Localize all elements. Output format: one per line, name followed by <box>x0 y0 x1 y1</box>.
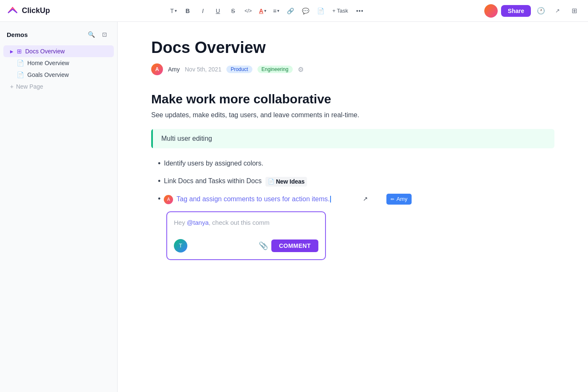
section-heading: Make work more collaborative <box>151 92 554 106</box>
text-format-label: T <box>170 8 174 14</box>
doc-icon: 📄 <box>17 71 24 78</box>
toolbar-center: T ▾ B I U S </> A ▾ ≡ ▾ 🔗 💬 📄 + Task ••• <box>168 4 367 18</box>
attachment-button[interactable]: 📄 <box>314 4 327 18</box>
new-page-label: New Page <box>16 83 43 90</box>
bullet-dot: • <box>158 158 160 169</box>
sidebar-layout-button[interactable]: ⊡ <box>99 29 110 40</box>
chevron-down-icon: ▾ <box>175 8 177 13</box>
sidebar-item-label: Docs Overview <box>25 48 65 55</box>
sidebar-actions: 🔍 ⊡ <box>85 29 110 40</box>
bullet-dot: • <box>158 176 160 187</box>
doc-link-icon: 📄 <box>268 178 274 185</box>
doc-title: Docs Overview <box>151 39 554 57</box>
user-avatar-inline: A <box>164 195 173 204</box>
layout-icon: ⊞ <box>572 7 577 15</box>
link-icon: 🔗 <box>287 8 294 14</box>
sidebar-item-home-overview[interactable]: 📄 Home Overview <box>3 57 114 69</box>
amy-label: Amy <box>396 195 407 203</box>
tag-engineering[interactable]: Engineering <box>257 66 293 73</box>
chevron-down-icon: ▾ <box>277 8 279 13</box>
sidebar: Demos 🔍 ⊡ ▶ ⊞ Docs Overview 📄 Home Overv… <box>0 22 118 392</box>
user-cursor-tag: ✏ Amy <box>386 194 412 205</box>
logo: ClickUp <box>7 5 50 17</box>
tagged-bullet-text: Tag and assign comments to users for act… <box>176 194 330 204</box>
toolbar-right: Share 🕐 ↗ ⊞ <box>484 4 581 18</box>
comment-input-text: Hey @tanya, check out this comm <box>174 219 318 232</box>
inline-doc-link[interactable]: 📄 New Ideas <box>265 177 307 187</box>
tag-product[interactable]: Product <box>226 66 252 73</box>
comment-inline-button[interactable]: 💬 <box>299 4 312 18</box>
comment-footer: T 📎 COMMENT <box>174 239 318 253</box>
comment-submit-button[interactable]: COMMENT <box>271 239 318 252</box>
comment-box: Hey @tanya, check out this comm T 📎 COMM… <box>166 211 326 260</box>
clock-icon-button[interactable]: 🕐 <box>534 4 548 18</box>
link-button[interactable]: 🔗 <box>284 4 297 18</box>
text-format-button[interactable]: T ▾ <box>168 4 179 18</box>
chevron-right-icon: ▶ <box>10 49 13 54</box>
sidebar-search-button[interactable]: 🔍 <box>85 29 97 40</box>
link-label: New Ideas <box>276 177 304 186</box>
bullet-text: Link Docs and Tasks within Docs 📄 New Id… <box>164 176 307 187</box>
list-item: • A Tag and assign comments to users for… <box>158 194 554 205</box>
align-icon: ≡ <box>273 8 276 14</box>
italic-button[interactable]: I <box>196 4 210 18</box>
new-page-button[interactable]: + New Page <box>3 81 114 92</box>
pencil-icon: ✏ <box>391 196 394 203</box>
text-cursor <box>330 196 331 203</box>
color-button[interactable]: A ▾ <box>257 4 269 18</box>
bullet-text: Identify users by assigned colors. <box>164 158 263 168</box>
section-subtitle: See updates, make edits, tag users, and … <box>151 111 554 119</box>
sidebar-header: Demos 🔍 ⊡ <box>0 29 117 45</box>
bullet-list: • Identify users by assigned colors. • L… <box>151 158 554 205</box>
export-icon: ↗ <box>555 8 560 14</box>
mention-tag: @tanya <box>187 219 209 226</box>
comment-container: Hey @tanya, check out this comm T 📎 COMM… <box>166 211 554 260</box>
list-item: • Link Docs and Tasks within Docs 📄 New … <box>158 176 554 187</box>
task-label: + Task <box>332 8 348 14</box>
doc-date: Nov 5th, 2021 <box>185 66 221 73</box>
doc-icon: 📄 <box>17 60 24 66</box>
list-item: • Identify users by assigned colors. <box>158 158 554 169</box>
attach-button[interactable]: 📎 <box>259 241 268 250</box>
share-button[interactable]: Share <box>501 5 531 17</box>
search-icon: 🔍 <box>88 31 95 38</box>
bold-button[interactable]: B <box>181 4 194 18</box>
sidebar-item-label: Home Overview <box>27 60 69 66</box>
comment-actions: 📎 COMMENT <box>259 239 318 252</box>
settings-icon[interactable]: ⚙ <box>298 66 304 74</box>
align-button[interactable]: ≡ ▾ <box>270 4 282 18</box>
paperclip-icon: 📎 <box>259 242 268 250</box>
comment-icon: 💬 <box>302 8 309 14</box>
export-button[interactable]: ↗ <box>551 4 564 18</box>
doc-meta: A Amy Nov 5th, 2021 Product Engineering … <box>151 63 554 75</box>
highlight-block: Multi user editing <box>151 129 554 148</box>
bullet-dot: • <box>158 193 160 205</box>
grid-icon: ⊞ <box>17 48 22 55</box>
plus-icon: + <box>10 83 13 90</box>
strikethrough-button[interactable]: S <box>226 4 240 18</box>
layout-button[interactable]: ⊞ <box>568 4 581 18</box>
chevron-down-icon: ▾ <box>264 8 266 13</box>
sidebar-layout-icon: ⊡ <box>102 31 107 38</box>
more-button[interactable]: ••• <box>353 4 367 18</box>
clock-icon: 🕐 <box>537 7 545 15</box>
mouse-cursor-icon: ↗ <box>363 195 368 203</box>
avatar <box>484 4 498 18</box>
sidebar-item-label: Goals Overview <box>27 71 69 78</box>
main-layout: Demos 🔍 ⊡ ▶ ⊞ Docs Overview 📄 Home Overv… <box>0 22 588 392</box>
toolbar-left: ClickUp <box>7 5 50 17</box>
clickup-logo-icon <box>7 5 18 17</box>
logo-text: ClickUp <box>22 6 50 15</box>
sidebar-item-docs-overview[interactable]: ▶ ⊞ Docs Overview <box>3 45 114 57</box>
underline-button[interactable]: U <box>211 4 225 18</box>
sidebar-item-goals-overview[interactable]: 📄 Goals Overview <box>3 69 114 81</box>
attachment-icon: 📄 <box>317 8 324 14</box>
workspace-name: Demos <box>7 31 28 38</box>
code-button[interactable]: </> <box>242 4 255 18</box>
highlight-text: Multi user editing <box>153 129 220 148</box>
author-name: Amy <box>168 66 180 73</box>
toolbar: ClickUp T ▾ B I U S </> A ▾ ≡ ▾ 🔗 💬 📄 + <box>0 0 588 22</box>
commenter-avatar: T <box>174 239 187 253</box>
author-avatar: A <box>151 63 163 75</box>
task-button[interactable]: + Task <box>329 4 352 18</box>
